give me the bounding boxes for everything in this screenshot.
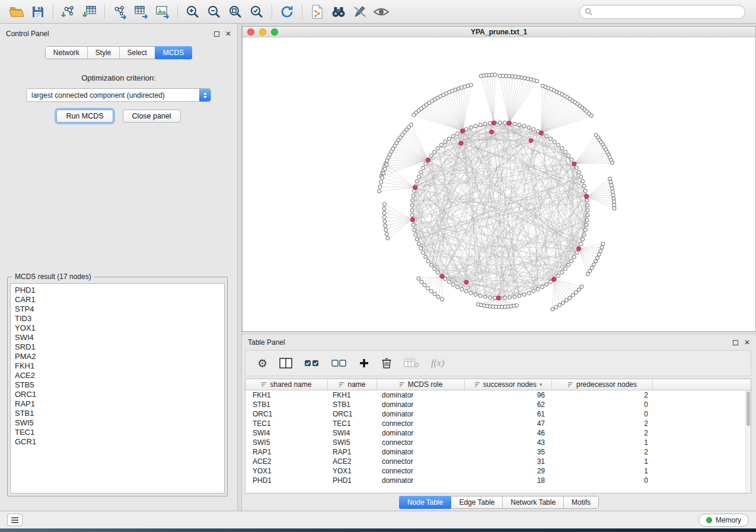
network-node[interactable]	[439, 143, 443, 147]
network-node[interactable]	[611, 187, 614, 190]
network-node[interactable]	[553, 140, 556, 143]
close-panel-button[interactable]: Close panel	[123, 110, 181, 123]
table-cell[interactable]: 2	[552, 448, 653, 456]
network-node[interactable]	[513, 295, 516, 299]
close-window-icon[interactable]	[247, 28, 254, 36]
task-history-button[interactable]	[7, 514, 23, 526]
table-cell[interactable]: YOX1	[328, 467, 377, 475]
table-cell[interactable]: 0	[552, 476, 653, 485]
network-node[interactable]	[586, 209, 589, 212]
network-node[interactable]	[575, 251, 579, 255]
network-node[interactable]	[560, 271, 564, 274]
table-cell[interactable]: 31	[465, 457, 552, 466]
network-node[interactable]	[574, 291, 578, 294]
network-node[interactable]	[417, 277, 420, 280]
zoom-in-icon[interactable]	[182, 3, 203, 21]
network-node[interactable]	[379, 181, 383, 184]
network-node[interactable]	[483, 122, 487, 126]
network-node[interactable]	[385, 163, 388, 166]
network-node[interactable]	[474, 124, 477, 128]
network-node[interactable]	[451, 134, 455, 138]
column-header-shared-name[interactable]: shared name	[245, 379, 328, 390]
network-node[interactable]	[585, 219, 589, 222]
run-mcds-button[interactable]: Run MCDS	[56, 110, 113, 123]
tab-edge-table[interactable]: Edge Table	[451, 496, 503, 508]
table-cell[interactable]: connector	[377, 438, 465, 447]
table-cell[interactable]: SWI4	[245, 429, 328, 437]
network-node[interactable]	[549, 137, 553, 140]
mcds-result-list[interactable]: PHD1CAR1STP4TID3YOX1SWI4SRD1PMA2FKH1ACE2…	[10, 283, 225, 493]
refresh-layout-icon[interactable]	[276, 3, 298, 21]
export-network-icon[interactable]	[109, 3, 130, 21]
network-node[interactable]	[417, 242, 420, 246]
table-cell[interactable]: dominator	[377, 400, 465, 409]
network-node[interactable]	[410, 209, 414, 212]
zoom-out-icon[interactable]	[203, 3, 225, 21]
table-cell[interactable]: SWI5	[245, 438, 328, 447]
network-node[interactable]	[589, 114, 593, 117]
network-node[interactable]	[522, 293, 526, 296]
import-network-icon[interactable]	[58, 3, 79, 21]
network-node[interactable]	[580, 285, 583, 289]
network-node[interactable]	[601, 242, 605, 246]
network-node[interactable]	[381, 176, 384, 180]
network-node[interactable]	[419, 171, 423, 174]
network-node[interactable]	[596, 256, 599, 259]
network-node[interactable]	[586, 204, 589, 207]
zoom-selected-icon[interactable]	[246, 3, 267, 21]
table-cell[interactable]: dominator	[377, 448, 465, 456]
result-item[interactable]: SWI4	[11, 333, 224, 342]
mcds-hub-node[interactable]	[507, 121, 511, 125]
network-node[interactable]	[570, 259, 573, 263]
tab-mcds[interactable]: MCDS	[155, 46, 192, 59]
column-header-successor-nodes[interactable]: successor nodes ▾	[465, 379, 552, 390]
mcds-hub-node[interactable]	[490, 130, 494, 134]
network-node[interactable]	[557, 143, 560, 147]
search-network-icon[interactable]	[328, 3, 349, 21]
network-node[interactable]	[415, 238, 419, 241]
network-window-titlebar[interactable]: YPA_prune.txt_1	[243, 27, 755, 37]
network-node[interactable]	[410, 213, 414, 217]
network-node[interactable]	[429, 290, 433, 293]
table-cell[interactable]: SWI5	[328, 438, 377, 447]
mcds-hub-node[interactable]	[539, 131, 543, 135]
network-node[interactable]	[382, 203, 386, 206]
network-node[interactable]	[558, 303, 562, 307]
style-brush-icon[interactable]	[349, 3, 371, 21]
result-item[interactable]: STP4	[11, 305, 224, 314]
mcds-hub-node[interactable]	[492, 121, 496, 125]
network-node[interactable]	[412, 223, 415, 227]
table-cell[interactable]: STB1	[328, 400, 377, 409]
table-row[interactable]: ORC1ORC1dominator610	[245, 409, 751, 419]
network-node[interactable]	[483, 295, 487, 299]
minimize-window-icon[interactable]	[259, 28, 266, 36]
export-table-icon[interactable]	[130, 3, 152, 21]
table-row[interactable]: SWI5SWI5connector431	[245, 438, 751, 447]
network-node[interactable]	[563, 150, 567, 153]
share-document-icon[interactable]	[307, 3, 328, 21]
network-node[interactable]	[518, 294, 521, 297]
network-node[interactable]	[424, 162, 428, 165]
table-cell[interactable]: dominator	[377, 391, 465, 399]
table-row[interactable]: PHD1PHD1dominator180	[245, 476, 751, 485]
result-item[interactable]: PMA2	[11, 352, 224, 361]
network-node[interactable]	[612, 200, 615, 203]
tab-motifs[interactable]: Motifs	[564, 496, 598, 508]
network-node[interactable]	[436, 271, 439, 274]
network-node[interactable]	[417, 175, 420, 178]
delete-column-icon[interactable]	[381, 357, 392, 369]
network-node[interactable]	[433, 150, 436, 153]
network-node[interactable]	[464, 290, 468, 293]
network-node[interactable]	[586, 273, 589, 276]
network-node[interactable]	[513, 122, 516, 126]
network-node[interactable]	[572, 255, 576, 259]
table-cell[interactable]: FKH1	[328, 391, 377, 399]
network-node[interactable]	[588, 269, 592, 273]
mcds-hub-node[interactable]	[496, 296, 500, 300]
network-node[interactable]	[583, 228, 587, 232]
mcds-hub-node[interactable]	[464, 280, 468, 284]
table-cell[interactable]: SWI4	[328, 429, 377, 437]
network-node[interactable]	[429, 263, 433, 267]
mcds-hub-node[interactable]	[585, 194, 589, 198]
network-node[interactable]	[613, 203, 616, 207]
